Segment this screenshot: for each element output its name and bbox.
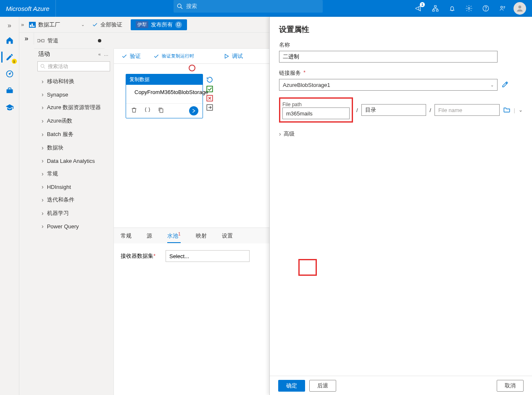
- activity-category[interactable]: Azure函数: [34, 114, 113, 128]
- directory-button[interactable]: [427, 0, 444, 17]
- graduation-icon: [5, 103, 14, 112]
- feedback-button[interactable]: [494, 0, 511, 17]
- svg-point-0: [177, 4, 181, 8]
- panel-body: 设置属性 名称 链接服务* AzureBlobStorage1 ⌄ File p…: [270, 17, 532, 376]
- svg-point-8: [501, 6, 503, 8]
- linked-service-select[interactable]: AzureBlobStorage1 ⌄: [279, 79, 498, 91]
- gear-icon: [465, 5, 473, 12]
- retry-icon: [206, 76, 213, 84]
- node-delete-button[interactable]: [130, 106, 138, 114]
- filepath-filename-input[interactable]: File name: [435, 104, 500, 116]
- publish-all-button[interactable]: 伊犁 发布所有 O: [131, 19, 187, 30]
- node-clone-button[interactable]: [157, 106, 165, 114]
- node-side-failure[interactable]: [206, 94, 213, 102]
- svg-rect-3: [432, 10, 435, 11]
- notifications-button[interactable]: [444, 0, 461, 17]
- node-body: CopyFromM365toBlobStorage: [126, 85, 203, 103]
- name-label: 名称: [279, 41, 523, 49]
- back-button[interactable]: 后退: [309, 380, 336, 392]
- activities-header: 活动 « …: [34, 49, 113, 60]
- tab-settings[interactable]: 设置: [222, 229, 233, 243]
- tab-sink-label: 水池: [167, 233, 178, 239]
- logo[interactable]: Microsoft Azure: [0, 0, 56, 17]
- activities-search[interactable]: 搜索活动: [37, 61, 110, 71]
- help-button[interactable]: [477, 0, 494, 17]
- activities-panel: 活动 « … 搜索活动 移动和转换SynapseAzure 数据资源管理器Azu…: [34, 49, 114, 395]
- activity-category[interactable]: 常规: [34, 167, 113, 180]
- activity-category[interactable]: Power Query: [34, 220, 113, 233]
- edit-linked-service-button[interactable]: [502, 81, 508, 89]
- activity-category[interactable]: Data Lake Analytics: [34, 154, 113, 167]
- activity-category[interactable]: Batch 服务: [34, 128, 113, 141]
- browse-button[interactable]: [503, 106, 511, 114]
- activity-category[interactable]: Synapse: [34, 88, 113, 101]
- tab-mapping[interactable]: 映射: [196, 229, 207, 243]
- tab-general[interactable]: 常规: [121, 229, 132, 243]
- activities-title: 活动: [38, 50, 50, 58]
- rail-item-learn[interactable]: [1, 99, 18, 115]
- svg-point-11: [9, 73, 10, 75]
- canvas-debug-button[interactable]: 调试: [224, 52, 243, 60]
- activity-category[interactable]: HDInsight: [34, 180, 113, 193]
- filepath-callout: File path m365mails: [279, 97, 353, 123]
- feedback-icon: [499, 5, 506, 12]
- tab-source[interactable]: 源: [147, 229, 152, 243]
- global-search[interactable]: 搜索: [174, 0, 323, 13]
- activity-category[interactable]: 迭代和条件: [34, 193, 113, 207]
- rail-item-monitor[interactable]: [1, 66, 18, 82]
- filepath-row: File path m365mails / 目录 / File name | ⌄: [279, 97, 523, 123]
- tab-sink[interactable]: 水池1: [167, 228, 181, 243]
- advanced-toggle[interactable]: 高级: [279, 130, 523, 138]
- canvas-debug-label: 调试: [232, 52, 243, 60]
- filepath-container-input[interactable]: m365mails: [282, 107, 350, 119]
- publish-pill: 伊犁: [136, 21, 148, 28]
- filepath-label: File path: [282, 102, 350, 107]
- toolbar-collapse[interactable]: »: [19, 21, 26, 28]
- canvas-validate-button[interactable]: 验证: [121, 52, 141, 60]
- pipeline-tab-label: 管道: [47, 37, 58, 44]
- pipeline-tab[interactable]: 管道: [34, 33, 105, 49]
- ok-button[interactable]: 确定: [278, 380, 305, 392]
- user-avatar[interactable]: [514, 2, 526, 15]
- svg-rect-2: [435, 5, 437, 7]
- canvas-validate-copy-button[interactable]: 验证复制运行时: [153, 53, 194, 59]
- svg-point-20: [41, 64, 44, 68]
- rail-item-manage[interactable]: [1, 83, 18, 99]
- rail-item-author[interactable]: 1: [1, 49, 18, 65]
- node-side-success[interactable]: [206, 85, 213, 93]
- gauge-icon: [5, 70, 14, 78]
- node-side-skip[interactable]: [206, 104, 213, 111]
- activity-category[interactable]: 移动和转换: [34, 75, 113, 88]
- home-icon: [5, 36, 14, 44]
- validate-all-button[interactable]: 全部验证: [88, 17, 126, 33]
- filepath-chevron[interactable]: ⌄: [519, 107, 523, 113]
- explorer-collapse[interactable]: »: [19, 33, 34, 44]
- cancel-button[interactable]: 取消: [497, 380, 524, 392]
- rail-expand-toggle[interactable]: »: [0, 19, 19, 32]
- canvas-validate-label: 验证: [130, 52, 141, 60]
- header-icon-row: 1: [410, 0, 529, 17]
- megaphone-button[interactable]: 1: [410, 0, 427, 17]
- publish-count: O: [175, 21, 182, 28]
- toolbox-icon: [5, 86, 14, 95]
- activity-category[interactable]: 数据块: [34, 141, 113, 154]
- name-input[interactable]: [279, 51, 498, 63]
- settings-button[interactable]: [461, 0, 477, 17]
- play-icon: [224, 53, 229, 59]
- activity-node-copy[interactable]: 复制数据 CopyFromM365toBlobStorage: [126, 74, 203, 118]
- sep1: /: [356, 107, 358, 113]
- activity-category[interactable]: 机器学习: [34, 207, 113, 220]
- tab-sink-badge: 1: [178, 232, 181, 236]
- resource-picker[interactable]: 数据工厂 ⌄: [26, 21, 88, 29]
- svg-rect-26: [207, 86, 213, 92]
- linked-service-label: 链接服务*: [279, 69, 523, 77]
- sink-dataset-select[interactable]: Select...: [166, 250, 250, 262]
- filepath-directory-input[interactable]: 目录: [361, 104, 427, 116]
- rail-item-home[interactable]: [1, 32, 18, 48]
- activities-collapse-toggle[interactable]: « …: [98, 52, 109, 57]
- node-next-button[interactable]: [189, 106, 198, 115]
- node-side-retry[interactable]: [206, 76, 213, 84]
- node-code-button[interactable]: [144, 106, 151, 114]
- copy-icon: [158, 107, 164, 113]
- activity-category[interactable]: Azure 数据资源管理器: [34, 101, 113, 114]
